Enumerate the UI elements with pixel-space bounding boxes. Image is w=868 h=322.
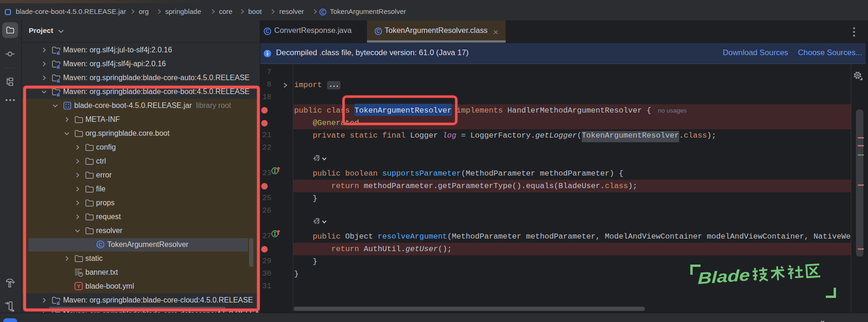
svg-text:C: C [377,28,380,34]
svg-text:C: C [266,28,270,34]
svg-text:C: C [321,10,324,15]
